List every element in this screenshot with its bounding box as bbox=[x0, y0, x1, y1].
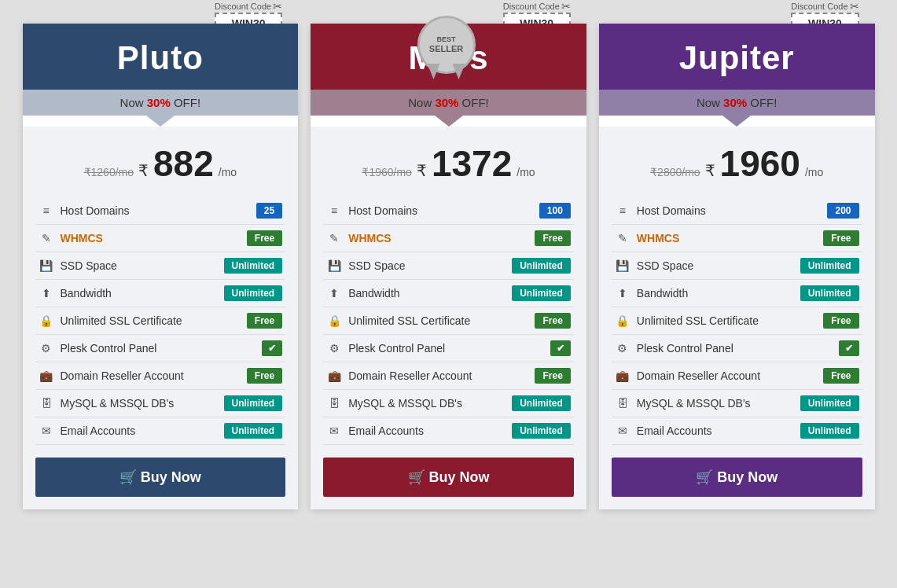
buy-button-pluto[interactable]: 🛒 Buy Now bbox=[35, 458, 286, 497]
feature-left: 🗄MySQL & MSSQL DB's bbox=[615, 397, 751, 410]
feature-left: 🔒Unlimited SSL Certificate bbox=[39, 314, 182, 327]
ribbon-right bbox=[453, 64, 465, 79]
arrow-down-icon bbox=[722, 116, 751, 127]
new-price: 882 bbox=[153, 142, 214, 185]
feature-badge: Unlimited bbox=[224, 258, 283, 274]
feature-icon: 💾 bbox=[39, 259, 54, 272]
feature-badge: Unlimited bbox=[224, 285, 283, 301]
feature-label-link[interactable]: WHMCS bbox=[637, 232, 679, 244]
feature-badge: 200 bbox=[827, 203, 858, 219]
feature-icon: ⚙ bbox=[615, 342, 630, 355]
feature-left: 🗄MySQL & MSSQL DB's bbox=[39, 397, 175, 410]
price-row: ₹1260/mo ₹ 882 /mo bbox=[35, 142, 286, 185]
feature-row: 💾SSD SpaceUnlimited bbox=[35, 252, 286, 280]
feature-row: 🔒Unlimited SSL CertificateFree bbox=[35, 307, 286, 335]
per-mo: /mo bbox=[805, 166, 823, 178]
feature-badge: Unlimited bbox=[512, 285, 571, 301]
feature-label: Bandwidth bbox=[61, 287, 112, 300]
feature-badge: Unlimited bbox=[800, 423, 859, 439]
feature-row: ⚙Plesk Control Panel✔ bbox=[323, 335, 574, 362]
feature-label: Bandwidth bbox=[348, 287, 399, 300]
feature-label-link[interactable]: WHMCS bbox=[61, 232, 103, 244]
feature-label: Domain Reseller Account bbox=[61, 369, 184, 382]
plan-card-mars: Discount Code ✂ WIN30 BEST SELLER MarsNo… bbox=[311, 24, 586, 509]
old-price: ₹1960/mo bbox=[362, 166, 411, 178]
feature-row: 🔒Unlimited SSL CertificateFree bbox=[612, 307, 862, 335]
buy-button-jupiter[interactable]: 🛒 Buy Now bbox=[612, 458, 862, 497]
feature-left: ⬆Bandwidth bbox=[615, 287, 688, 300]
now-off-bar-pluto: Now 30% OFF! bbox=[23, 90, 299, 116]
feature-row: ⚙Plesk Control Panel✔ bbox=[612, 335, 862, 362]
plan-header-pluto: Pluto bbox=[23, 24, 299, 90]
feature-left: 💼Domain Reseller Account bbox=[615, 369, 760, 382]
feature-row: 🗄MySQL & MSSQL DB'sUnlimited bbox=[35, 390, 286, 417]
feature-badge: Unlimited bbox=[512, 395, 571, 411]
plan-body-jupiter: ₹2800/mo ₹ 1960 /mo ≡Host Domains200✎WHM… bbox=[599, 127, 875, 509]
feature-icon: ✉ bbox=[615, 424, 630, 437]
feature-label: MySQL & MSSQL DB's bbox=[348, 397, 462, 410]
feature-label-link[interactable]: WHMCS bbox=[348, 232, 391, 244]
arrow-down-icon bbox=[146, 116, 175, 127]
feature-left: ⚙Plesk Control Panel bbox=[615, 342, 733, 355]
feature-badge: ✔ bbox=[262, 340, 282, 356]
feature-icon: ✉ bbox=[326, 424, 342, 437]
feature-row: 🔒Unlimited SSL CertificateFree bbox=[323, 307, 574, 335]
plan-header-jupiter: Jupiter bbox=[599, 24, 875, 90]
feature-label: WHMCS bbox=[637, 232, 679, 244]
feature-badge: Free bbox=[247, 230, 282, 246]
best-seller-circle: BEST SELLER bbox=[417, 16, 476, 74]
feature-left: ✉Email Accounts bbox=[39, 424, 136, 437]
discount-label-text: Discount Code bbox=[215, 2, 271, 11]
feature-icon: ⬆ bbox=[615, 287, 630, 300]
feature-left: ≡Host Domains bbox=[326, 204, 417, 217]
feature-icon: 🗄 bbox=[326, 397, 342, 410]
feature-row: 💾SSD SpaceUnlimited bbox=[612, 252, 862, 280]
feature-left: 🔒Unlimited SSL Certificate bbox=[326, 314, 470, 327]
feature-left: 💼Domain Reseller Account bbox=[326, 369, 472, 382]
discount-label: Discount Code ✂ bbox=[791, 0, 858, 13]
feature-icon: 🔒 bbox=[39, 314, 54, 327]
plan-name-jupiter: Jupiter bbox=[612, 39, 862, 77]
feature-icon: ✎ bbox=[39, 232, 54, 244]
feature-left: ⬆Bandwidth bbox=[39, 287, 112, 300]
plan-card-pluto: Discount Code ✂ WIN30 PlutoNow 30% OFF! … bbox=[23, 24, 299, 509]
feature-row: ✎WHMCSFree bbox=[323, 225, 574, 252]
feature-label: Email Accounts bbox=[61, 424, 136, 437]
feature-icon: ⚙ bbox=[326, 342, 342, 355]
feature-icon: 💼 bbox=[615, 369, 630, 382]
off-percent: 30% bbox=[435, 96, 458, 109]
scissors-icon: ✂ bbox=[561, 0, 571, 13]
feature-left: ✉Email Accounts bbox=[615, 424, 712, 437]
off-percent: 30% bbox=[723, 96, 747, 109]
discount-label-text: Discount Code bbox=[503, 2, 560, 11]
rupee-symbol: ₹ bbox=[138, 161, 149, 180]
feature-left: ✎WHMCS bbox=[326, 232, 391, 244]
feature-badge: Unlimited bbox=[800, 285, 859, 301]
old-price: ₹2800/mo bbox=[650, 166, 700, 178]
feature-left: ⚙Plesk Control Panel bbox=[326, 342, 445, 355]
feature-label: SSD Space bbox=[637, 259, 693, 272]
feature-icon: 🗄 bbox=[39, 397, 54, 410]
discount-label: Discount Code ✂ bbox=[215, 0, 282, 13]
feature-badge: Unlimited bbox=[224, 423, 283, 439]
feature-left: ≡Host Domains bbox=[39, 204, 130, 217]
feature-badge: ✔ bbox=[550, 340, 571, 356]
rupee-symbol: ₹ bbox=[705, 161, 715, 180]
plans-container: Discount Code ✂ WIN30 PlutoNow 30% OFF! … bbox=[17, 24, 881, 509]
feature-icon: ≡ bbox=[39, 204, 54, 217]
feature-left: 💾SSD Space bbox=[39, 259, 117, 272]
feature-row: ✎WHMCSFree bbox=[612, 225, 862, 252]
feature-icon: ⚙ bbox=[39, 342, 54, 355]
feature-badge: Unlimited bbox=[512, 258, 571, 274]
feature-icon: 🗄 bbox=[615, 397, 630, 410]
feature-label: Host Domains bbox=[637, 204, 706, 217]
feature-label: SSD Space bbox=[348, 259, 405, 272]
per-mo: /mo bbox=[219, 166, 237, 178]
feature-label: Email Accounts bbox=[348, 424, 424, 437]
buy-button-mars[interactable]: 🛒 Buy Now bbox=[323, 458, 574, 497]
best-seller-text1: BEST bbox=[436, 36, 455, 44]
feature-label: Domain Reseller Account bbox=[348, 369, 472, 382]
arrow-down-icon bbox=[435, 116, 463, 127]
feature-label: Host Domains bbox=[348, 204, 417, 217]
feature-badge: Free bbox=[247, 313, 282, 329]
